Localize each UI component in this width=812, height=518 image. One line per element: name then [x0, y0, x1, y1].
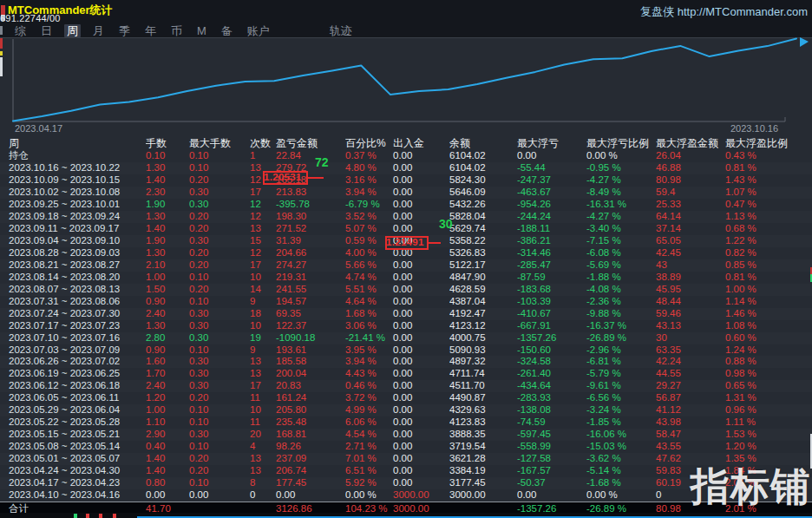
- table-cell: -386.21: [517, 235, 586, 247]
- table-row[interactable]: 2023.08.21 ~ 2023.08.272.100.2017274.275…: [0, 259, 812, 272]
- menu-item-综[interactable]: 综: [12, 24, 29, 37]
- table-cell: 5824.30: [449, 174, 517, 187]
- table-cell: 3621.28: [449, 453, 517, 465]
- menu-item-季[interactable]: 季: [116, 24, 133, 37]
- menu-item-周[interactable]: 周: [64, 24, 81, 37]
- table-row[interactable]: 2023.10.02 ~ 2023.10.082.300.3017213.833…: [0, 187, 812, 199]
- equity-chart: 2023.04.17 2023.10.16: [0, 37, 812, 135]
- table-cell: 37.14: [656, 223, 725, 235]
- table-cell: 0.00: [393, 404, 449, 416]
- table-row[interactable]: 持仓0.100.10122.840.37 %0.006104.020.000.0…: [0, 150, 812, 162]
- table-cell: 0.88 %: [725, 356, 802, 368]
- table-cell: -3.24 %: [586, 404, 656, 416]
- table-cell: 11: [250, 392, 276, 404]
- table-cell: 3.06 %: [345, 320, 393, 332]
- weekly-stats-table: 周手数最大手数次数盈亏金额百分比%出入金余额最大浮亏最大浮亏比例最大浮盈金额最大…: [0, 136, 812, 516]
- red-price-annotation: 1.20531: [264, 172, 302, 182]
- brand-link[interactable]: 复盘侠 http://MTCommander.com: [640, 4, 808, 20]
- table-cell: 13: [250, 453, 276, 465]
- table-row[interactable]: 2023.09.25 ~ 2023.10.011.900.3012-395.78…: [0, 199, 812, 211]
- table-cell: -324.58: [517, 356, 586, 368]
- table-cell: 1.08 %: [725, 320, 802, 332]
- table-cell: 5.51 %: [345, 284, 393, 296]
- table-row[interactable]: 2023.06.19 ~ 2023.06.251.700.3013200.044…: [0, 368, 812, 380]
- table-cell: -74.59: [517, 416, 586, 429]
- table-cell: 13: [250, 356, 276, 368]
- table-cell: 10: [250, 404, 276, 416]
- table-cell: 0.00: [393, 416, 449, 429]
- table-cell: 0.30: [189, 332, 250, 344]
- table-cell: 4490.87: [449, 392, 517, 404]
- table-row[interactable]: 2023.07.10 ~ 2023.07.162.800.3019-1090.1…: [0, 332, 812, 344]
- table-cell: 0.37 %: [345, 150, 393, 162]
- table-cell: 1.13 %: [725, 211, 802, 223]
- table-cell: 198.30: [276, 211, 345, 223]
- table-cell: 1.30: [146, 320, 189, 332]
- table-cell: -3.40 %: [586, 223, 656, 235]
- table-cell: 193.61: [276, 344, 345, 357]
- table-cell: -188.11: [517, 223, 586, 235]
- table-row[interactable]: 2023.05.29 ~ 2023.06.041.000.1010205.804…: [0, 404, 812, 416]
- menu-item-年[interactable]: 年: [142, 24, 159, 37]
- table-cell: 2023.09.25 ~ 2023.10.01: [9, 199, 146, 211]
- header-cell: 次数: [250, 136, 276, 150]
- table-cell: 18: [250, 308, 276, 320]
- table-row[interactable]: 2023.05.15 ~ 2023.05.212.900.3020168.814…: [0, 429, 812, 441]
- equity-line: [13, 39, 796, 121]
- table-cell: 2023.05.22 ~ 2023.05.28: [9, 416, 146, 429]
- table-row[interactable]: 2023.07.17 ~ 2023.07.231.300.3010122.373…: [0, 320, 812, 332]
- table-cell: 0.00: [393, 320, 449, 332]
- table-row[interactable]: 2023.07.24 ~ 2023.07.302.400.301869.351.…: [0, 308, 812, 320]
- table-cell: -5.14 %: [586, 465, 656, 477]
- table-cell: -283.93: [517, 392, 586, 404]
- menu-item-trajectory[interactable]: 轨迹: [327, 24, 355, 37]
- table-cell: -87.59: [517, 272, 586, 284]
- table-row[interactable]: 2023.09.18 ~ 2023.09.241.300.2012198.303…: [0, 211, 812, 223]
- table-cell: 0.90: [146, 296, 189, 308]
- table-cell: 3.95 %: [345, 344, 393, 357]
- menu-item-账户[interactable]: 账户: [245, 24, 272, 37]
- table-cell: 3177.45: [449, 477, 517, 489]
- table-row[interactable]: 2023.06.05 ~ 2023.06.111.200.2011161.243…: [0, 392, 812, 404]
- chart-start-date: 2023.04.17: [15, 123, 62, 134]
- menu-item-币[interactable]: 币: [168, 24, 185, 37]
- table-row[interactable]: 2023.10.16 ~ 2023.10.221.300.1013279.724…: [0, 162, 812, 174]
- table-row[interactable]: 2023.05.22 ~ 2023.05.281.100.1011235.486…: [0, 416, 812, 429]
- table-cell: 5358.22: [449, 235, 517, 247]
- table-cell: 2023.04.17 ~ 2023.04.23: [9, 477, 146, 489]
- table-cell: 2023.07.03 ~ 2023.07.09: [9, 344, 146, 357]
- table-cell: 2023.04.24 ~ 2023.04.30: [9, 465, 146, 477]
- table-cell: -8.49 %: [586, 187, 656, 199]
- table-cell: 41.12: [656, 404, 725, 416]
- table-row[interactable]: 2023.07.31 ~ 2023.08.060.900.109194.574.…: [0, 296, 812, 308]
- mini-bar-tick: [113, 514, 116, 518]
- table-cell: 0.10: [189, 296, 250, 308]
- menu-item-月[interactable]: 月: [90, 24, 107, 37]
- table-cell: 3719.54: [449, 441, 517, 453]
- menu-item-日[interactable]: 日: [38, 24, 55, 37]
- table-header-row: 周手数最大手数次数盈亏金额百分比%出入金余额最大浮亏最大浮亏比例最大浮盈金额最大…: [0, 136, 812, 150]
- table-cell: 235.48: [276, 416, 345, 429]
- table-row[interactable]: 2023.08.07 ~ 2023.08.131.500.2014241.555…: [0, 284, 812, 296]
- table-row[interactable]: 2023.05.08 ~ 2023.05.140.400.10498.262.7…: [0, 441, 812, 453]
- table-row[interactable]: 2023.07.03 ~ 2023.07.090.900.109193.613.…: [0, 344, 812, 357]
- table-cell: 1.20 %: [725, 441, 802, 453]
- table-cell: -1357.26: [517, 332, 586, 344]
- table-cell: 0.20: [189, 284, 250, 296]
- menu-item-M[interactable]: M: [194, 24, 209, 37]
- table-row[interactable]: 2023.06.12 ~ 2023.06.182.400.301720.830.…: [0, 380, 812, 392]
- menu-item-备[interactable]: 备: [219, 24, 235, 37]
- table-cell: 0.98 %: [725, 368, 802, 380]
- table-cell: 13: [250, 223, 276, 235]
- table-cell: 161.24: [276, 392, 345, 404]
- table-row[interactable]: 2023.06.26 ~ 2023.07.021.600.3013185.583…: [0, 356, 812, 368]
- table-cell: 4: [250, 441, 276, 453]
- table-row[interactable]: 2023.09.11 ~ 2023.09.171.400.2013271.525…: [0, 223, 812, 235]
- table-cell: 1.00: [146, 272, 189, 284]
- table-row[interactable]: 2023.10.09 ~ 2023.10.151.400.2012165.183…: [0, 174, 812, 187]
- table-cell: 241.55: [276, 284, 345, 296]
- header-cell: 最大浮亏: [517, 136, 586, 150]
- table-row[interactable]: 2023.08.14 ~ 2023.08.201.000.1010219.314…: [0, 272, 812, 284]
- table-cell: 5646.09: [449, 187, 517, 199]
- table-cell: 2023.09.11 ~ 2023.09.17: [9, 223, 146, 235]
